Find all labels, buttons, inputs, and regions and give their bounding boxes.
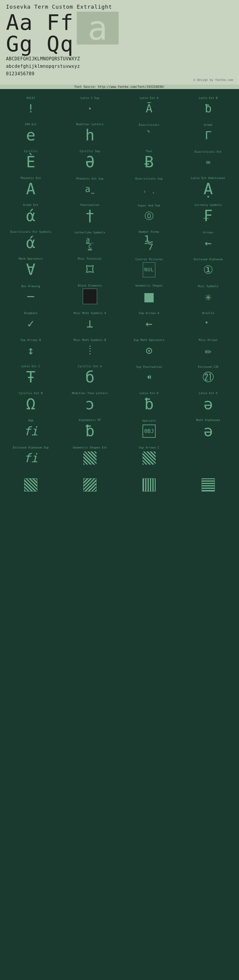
cell-thai: Thai Ƀ xyxy=(120,144,178,171)
cell-currency-symbols: Currency Symbols ₣ xyxy=(178,198,238,225)
cell-phonetic-ext-sup: Phonetic Ext Sup a˷ xyxy=(61,171,120,198)
cell-sup-arrows-c: Sup Arrows C xyxy=(120,440,178,467)
cell-control-pictures: Control Pictures NUL xyxy=(120,251,178,278)
large-a-display: a xyxy=(77,12,119,45)
cell-misc-arrows: Misc Arrows ✏ xyxy=(178,332,238,359)
cell-block-elements: Block Elements xyxy=(61,278,120,305)
cell-sup-arrows-a: Sup Arrows A ← xyxy=(120,305,178,332)
cell-latin-ext-a: Latin Ext A Ā xyxy=(120,90,178,117)
cell-super-and-sub: Super And Sub ⓪ xyxy=(120,198,178,225)
font-title: Iosevka Term Custom Extralight xyxy=(6,3,233,10)
cell-misc-technical: Misc Technical ⌑ xyxy=(61,251,120,278)
cell-braille: Braille ⠂ xyxy=(178,305,238,332)
cell-hatch-3 xyxy=(120,467,178,493)
cell-punctuation: Punctuation † xyxy=(61,198,120,225)
cell-letterlike-symbols: Letterlike Symbols a̲c̄ xyxy=(61,225,120,251)
cell-enclosed-alphanum: Enclosed Alphanum ① xyxy=(178,251,238,278)
alphabet-upper: ABCDEFGHIJKLMNOPQRSTUVWXYZ xyxy=(6,56,233,62)
cell-cyrillic-sup: Cyrillic Sup Ə xyxy=(61,144,120,171)
glyph-grid: ASCII ! Latin 1 Sup · Latin Ext A Ā Lati… xyxy=(0,89,239,495)
cell-latin-ext-e: Latin Ext E ə xyxy=(178,386,238,413)
font-source: Font Source: http://www.fontke.com/font/… xyxy=(0,84,239,89)
cell-latin1sup: Latin 1 Sup · xyxy=(61,90,120,117)
cell-diacriticals: Diacriticals ` xyxy=(120,117,178,144)
cell-misc-math-symbols-b: Misc Math Symbols B ⦙ xyxy=(61,332,120,359)
alphabet-lower: abcdefghijklmnopqrstuvwxyz xyxy=(6,63,233,70)
cell-latin-ext-additional: Latin Ext Additional Ạ xyxy=(178,171,238,198)
cell-modifier-tone-letters: Modifier Tone Letters ɔ xyxy=(61,386,120,413)
big-chars-row2: Gg Qq xyxy=(6,33,74,55)
cell-math-alphanums: Math Alphanums ə xyxy=(178,413,238,440)
cell-latin-ext-b: Latin Ext B ƀ xyxy=(178,90,238,117)
cell-enclosed-cjk: Enclosed CJK ㉑ xyxy=(178,359,238,386)
cell-misc-math-symbols-a: Misc Math Symbols A ⊥ xyxy=(61,305,120,332)
cell-sup-arrows-b: Sup Arrows B ↕ xyxy=(1,332,61,359)
char-display-2: Gg Qq xyxy=(6,33,74,55)
cell-dingbats: Dingbats ✓ xyxy=(1,305,61,332)
cell-modifier-letters: Modifier Letters h xyxy=(61,117,120,144)
cell-hatch-2 xyxy=(61,467,120,493)
cell-geometric-shapes: Geometric Shapes ■ xyxy=(120,278,178,305)
char-display: Aa Ff xyxy=(6,12,74,33)
cell-cyrillic: Cyrillic È xyxy=(1,144,61,171)
cell-enclosed-alphanum-sup: Enclosed Alphanum Sup fi xyxy=(1,440,61,467)
cell-arrows: Arrows ← xyxy=(178,225,238,251)
cell-hatch-4 xyxy=(178,467,238,493)
cell-latin-ext-d: Latin Ext D ƀ xyxy=(120,386,178,413)
cell-alphabetic-pf: Alphabetic PF ƀ xyxy=(61,413,120,440)
cell-diacriticals-ext: Diacriticals Ext ∞ xyxy=(178,144,238,171)
cell-geometric-shapes-ext: Geometric Shapes Ext xyxy=(61,440,120,467)
cell-misc-symbols: Misc Symbols ✳ xyxy=(178,278,238,305)
cell-cyrillic-ext-a: Cyrillic Ext A б xyxy=(61,359,120,386)
big-chars-row1: Aa Ff xyxy=(6,12,74,33)
cell-ascii: ASCII ! xyxy=(1,90,61,117)
cell-latin-ext-c: Latin Ext C Ŧ xyxy=(1,359,61,386)
cell-ipa-ext: IPA Ext e xyxy=(1,117,61,144)
cell-math-operators: Math Operators ∀ xyxy=(1,251,61,278)
credit-text: © Design by fontke.com xyxy=(6,78,233,81)
cell-greek-ext: Greek Ext ά xyxy=(1,198,61,225)
cell-phonetic-ext: Phonetic Ext A xyxy=(1,171,61,198)
cell-specials: Specials 0BJ xyxy=(120,413,178,440)
cell-greek: Greek Γ xyxy=(178,117,238,144)
cell-box-drawing: Box Drawing ─ xyxy=(1,278,61,305)
cell-diacriticals-for-symbols: Diacriticals For Symbols ά xyxy=(1,225,61,251)
cell-diacriticals-sup: Diacriticals Sup ˌ ˎ xyxy=(120,171,178,198)
cell-empty xyxy=(178,440,238,467)
cell-pua: PUA fi xyxy=(1,413,61,440)
cell-number-forms: Number Forms ⅐ xyxy=(120,225,178,251)
cell-cyrillic-ext-b: Cyrillic Ext B Ω xyxy=(1,386,61,413)
cell-hatch-1 xyxy=(1,467,61,493)
cell-sup-punctuation: Sup Punctuation ⁌ xyxy=(120,359,178,386)
header-section: Iosevka Term Custom Extralight Aa Ff Gg … xyxy=(0,0,239,84)
cell-sup-math-operators: Sup Math Operators ⊙ xyxy=(120,332,178,359)
digits-row: 0123456789 xyxy=(6,71,233,77)
